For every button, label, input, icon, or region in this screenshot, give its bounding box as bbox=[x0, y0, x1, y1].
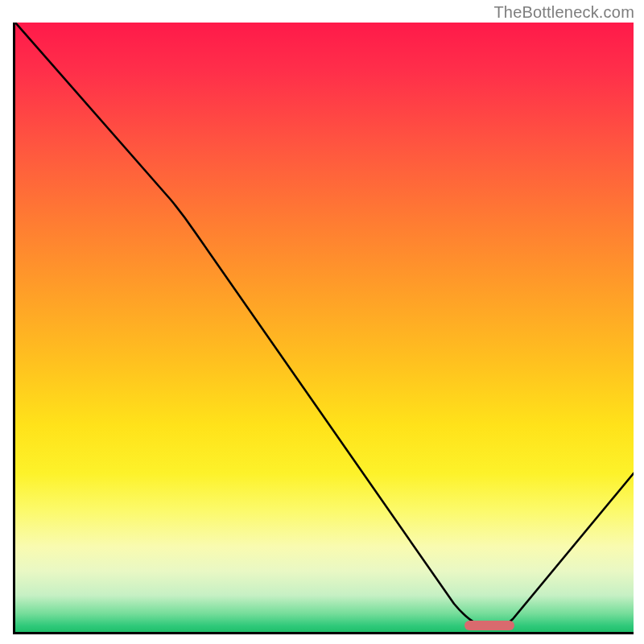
watermark-text: TheBottleneck.com bbox=[493, 3, 634, 22]
bottleneck-curve bbox=[15, 23, 634, 632]
sweet-spot-marker bbox=[464, 621, 514, 630]
bottleneck-chart: TheBottleneck.com bbox=[0, 0, 644, 644]
plot-area bbox=[13, 23, 634, 634]
